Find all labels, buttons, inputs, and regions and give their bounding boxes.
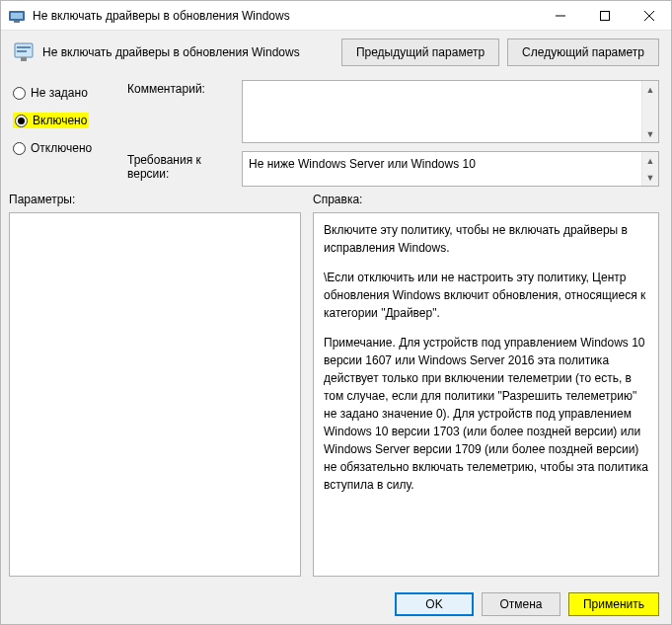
- body-upper: Не задано Включено Отключено Комментарий…: [1, 74, 671, 187]
- svg-rect-8: [17, 46, 31, 48]
- help-paragraph: \Если отключить или не настроить эту пол…: [324, 269, 648, 322]
- help-label: Справка:: [313, 191, 659, 212]
- requirements-textbox: Не ниже Windows Server или Windows 10 ▲ …: [242, 151, 659, 187]
- parameters-label: Параметры:: [9, 191, 301, 212]
- radio-label: Не задано: [31, 86, 88, 100]
- minimize-button[interactable]: [538, 1, 582, 31]
- requirements-label: Требования к версии:: [127, 151, 242, 187]
- scroll-up-icon[interactable]: ▲: [642, 152, 658, 169]
- svg-rect-2: [14, 21, 20, 23]
- radio-icon: [13, 142, 26, 155]
- svg-rect-4: [600, 11, 609, 20]
- maximize-button[interactable]: [582, 1, 627, 31]
- state-radios: Не задано Включено Отключено: [13, 80, 127, 187]
- radio-icon: [15, 115, 28, 127]
- apply-button[interactable]: Применить: [568, 592, 659, 616]
- comment-value: [243, 81, 641, 142]
- ok-button[interactable]: OK: [395, 592, 474, 616]
- requirements-value: Не ниже Windows Server или Windows 10: [243, 152, 641, 186]
- scrollbar[interactable]: ▲ ▼: [641, 81, 658, 142]
- scroll-down-icon[interactable]: ▼: [642, 169, 658, 186]
- comment-textbox[interactable]: ▲ ▼: [242, 80, 659, 143]
- previous-setting-button[interactable]: Предыдущий параметр: [341, 39, 499, 66]
- gpo-editor-window: Не включать драйверы в обновления Window…: [0, 0, 672, 625]
- policy-icon: [13, 41, 35, 63]
- svg-rect-10: [21, 57, 27, 61]
- svg-rect-9: [17, 50, 27, 52]
- parameters-panel: [9, 212, 301, 577]
- radio-disabled[interactable]: Отключено: [13, 139, 127, 157]
- window-title: Не включать драйверы в обновления Window…: [33, 9, 538, 23]
- next-setting-button[interactable]: Следующий параметр: [507, 39, 659, 66]
- help-panel[interactable]: Включите эту политику, чтобы не включать…: [313, 212, 659, 577]
- scroll-up-icon[interactable]: ▲: [642, 81, 658, 98]
- header-row: Не включать драйверы в обновления Window…: [1, 31, 671, 74]
- radio-not-configured[interactable]: Не задано: [13, 84, 127, 102]
- comment-row: Комментарий: ▲ ▼: [127, 80, 659, 143]
- help-paragraph: Включите эту политику, чтобы не включать…: [324, 221, 648, 257]
- help-column: Справка: Включите эту политику, чтобы не…: [313, 191, 659, 577]
- svg-rect-1: [11, 13, 23, 19]
- close-button[interactable]: [627, 1, 671, 31]
- scroll-down-icon[interactable]: ▼: [642, 125, 658, 142]
- help-paragraph: Примечание. Для устройств под управление…: [324, 334, 648, 494]
- body-lower: Параметры: Справка: Включите эту политик…: [1, 187, 671, 585]
- radio-label: Отключено: [31, 141, 92, 155]
- app-icon: [9, 8, 25, 24]
- titlebar: Не включать драйверы в обновления Window…: [1, 1, 671, 31]
- parameters-column: Параметры:: [9, 191, 301, 577]
- requirements-row: Требования к версии: Не ниже Windows Ser…: [127, 151, 659, 187]
- window-controls: [538, 1, 671, 31]
- radio-enabled[interactable]: Включено: [13, 112, 127, 129]
- cancel-button[interactable]: Отмена: [482, 592, 560, 616]
- policy-title: Не включать драйверы в обновления Window…: [42, 45, 334, 59]
- footer-buttons: OK Отмена Применить: [1, 585, 671, 624]
- radio-label: Включено: [33, 114, 87, 127]
- highlight: Включено: [13, 113, 89, 128]
- scrollbar[interactable]: ▲ ▼: [641, 152, 658, 186]
- comment-label: Комментарий:: [127, 80, 242, 143]
- radio-icon: [13, 87, 26, 100]
- fields-column: Комментарий: ▲ ▼ Требования к версии: Не…: [127, 80, 659, 187]
